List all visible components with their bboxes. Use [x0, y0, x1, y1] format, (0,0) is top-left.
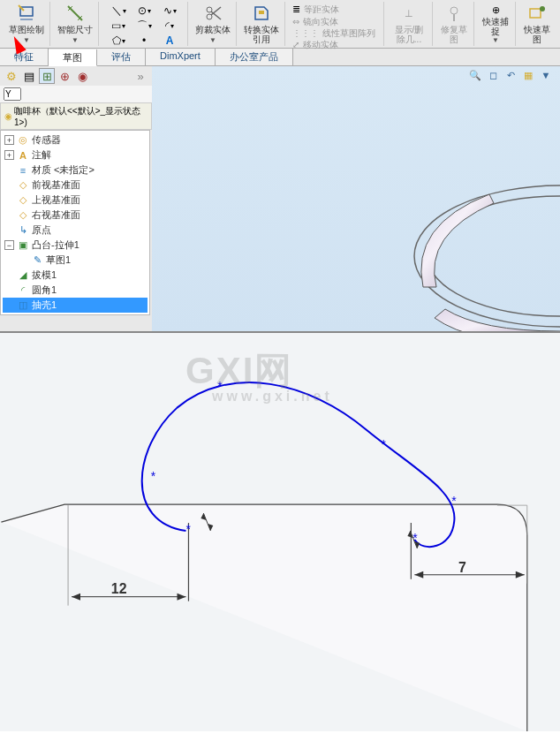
circle-tool[interactable]: ⊙▾: [132, 4, 156, 18]
trim-icon: [203, 4, 223, 23]
dropdown-icon[interactable]: ▼: [72, 36, 79, 44]
tree-sketch1[interactable]: ✎ 草图1: [3, 253, 148, 268]
repair-label: 修复草图: [440, 25, 468, 44]
tree-sensors[interactable]: + ◎ 传感器: [3, 132, 148, 147]
arc-tool[interactable]: ⌒▾: [132, 19, 156, 33]
tree-right-plane[interactable]: ◇ 右视基准面: [3, 208, 148, 223]
sketch-viewport[interactable]: GXI网 www.gxi.net * * * * * * 12: [0, 331, 560, 731]
rapid-sketch-group[interactable]: 快速草图: [518, 2, 556, 46]
svg-rect-10: [530, 9, 541, 18]
svg-text:12: 12: [111, 581, 127, 596]
tab-sketch[interactable]: 草图: [49, 49, 97, 66]
3d-viewport[interactable]: 🔍 ◻ ↶ ▦ ▼: [152, 66, 560, 331]
annotations-icon: A: [17, 149, 29, 162]
move-label: 移动实体: [303, 40, 338, 49]
offset-label: 等距实体: [304, 4, 339, 14]
polygon-tool[interactable]: ⬠▾: [106, 34, 131, 48]
move-icon: ⤢: [292, 40, 299, 49]
text-tool[interactable]: A: [157, 34, 182, 48]
line-tool[interactable]: ＼▾: [106, 4, 131, 18]
svg-line-5: [211, 11, 221, 19]
move-button[interactable]: ⤢ 移动实体: [292, 40, 338, 49]
convert-label: 转换实体引用: [244, 25, 279, 44]
quick-snap-icon: ⊕: [486, 4, 505, 17]
linear-pattern-button[interactable]: ⋮⋮⋮ 线性草图阵列: [292, 28, 375, 38]
tree-origin[interactable]: ↳ 原点: [3, 223, 148, 238]
tree-icon[interactable]: ⊞: [39, 68, 55, 84]
prev-view-icon[interactable]: ↶: [503, 68, 518, 82]
dropdown-icon[interactable]: ▼: [23, 36, 30, 44]
svg-point-13: [428, 196, 560, 316]
mirror-button[interactable]: ⇔ 镜向实体: [292, 17, 338, 26]
tree-draft[interactable]: ◢ 拔模1: [3, 268, 148, 283]
plane-icon: ◇: [17, 179, 29, 192]
expand-icon[interactable]: +: [4, 135, 14, 145]
trim-group[interactable]: 剪裁实体 ▼: [190, 2, 237, 46]
spline-point: *: [381, 437, 386, 451]
extrude-icon: ▣: [17, 239, 29, 252]
draft-icon: ◢: [17, 269, 29, 282]
collapse-icon[interactable]: »: [132, 68, 148, 84]
repair-group[interactable]: 修复草图: [435, 2, 474, 46]
smart-dim-icon: [65, 4, 85, 23]
zoom-fit-icon[interactable]: 🔍: [468, 68, 482, 82]
plane-icon: ◇: [17, 194, 29, 207]
convert-icon: [252, 4, 271, 23]
quick-snap-group[interactable]: ⊕ 快速捕捉 ▼: [476, 2, 516, 46]
smart-dim-group[interactable]: 智能尺寸 ▼: [52, 2, 99, 46]
section-view-icon[interactable]: ▦: [521, 68, 535, 82]
show-delete-group[interactable]: ⊥ 显示/删除几...: [386, 2, 433, 46]
trim-label: 剪裁实体: [195, 25, 231, 34]
tree-extrude[interactable]: − ▣ 凸台-拉伸1: [3, 238, 148, 253]
offset-button[interactable]: ≣ 等距实体: [292, 4, 339, 15]
spline-tool[interactable]: ∿▾: [157, 4, 182, 18]
zoom-area-icon[interactable]: ◻: [486, 68, 500, 82]
dropdown-icon[interactable]: ▼: [209, 36, 216, 44]
doc-title-row[interactable]: ◉ 咖啡杯（默认<<默认>_显示状态 1>): [0, 102, 152, 130]
linear-label: 线性草图阵列: [322, 28, 375, 38]
plane-icon: ◇: [17, 209, 29, 222]
dropdown-icon[interactable]: ▼: [492, 36, 499, 44]
feature-tree: + ◎ 传感器 + A 注解 ≡ 材质 <未指定> ◇ 前视基准面 ◇ 上视基准…: [0, 130, 150, 315]
tree-fillet[interactable]: ◜ 圆角1: [3, 283, 148, 298]
doc-icon[interactable]: ▤: [21, 68, 37, 84]
smart-dim-label: 智能尺寸: [57, 25, 93, 34]
filter-input[interactable]: [4, 87, 21, 101]
shell-icon: ◫: [17, 299, 29, 312]
expand-icon[interactable]: +: [4, 150, 14, 160]
tab-dimxpert[interactable]: DimXpert: [146, 49, 216, 65]
tree-material[interactable]: ≡ 材质 <未指定>: [3, 163, 148, 178]
fillet-tool[interactable]: ◜▾: [157, 19, 182, 33]
svg-line-2: [19, 5, 24, 11]
tree-top-plane[interactable]: ◇ 上视基准面: [3, 193, 148, 208]
doc-title: 咖啡杯（默认<<默认>_显示状态 1>): [14, 105, 148, 127]
target-icon[interactable]: ⊕: [57, 68, 72, 84]
pattern-group: ≣ 等距实体 ⇔ 镜向实体 ⋮⋮⋮ 线性草图阵列 ⤢ 移动实体: [287, 2, 384, 46]
spline-point: *: [151, 469, 156, 483]
convert-group[interactable]: 转换实体引用: [238, 2, 285, 46]
tree-front-plane[interactable]: ◇ 前视基准面: [3, 178, 148, 193]
repair-icon: [444, 4, 464, 23]
rect-tool[interactable]: ▭▾: [106, 19, 131, 33]
display-style-icon[interactable]: ▼: [539, 68, 553, 82]
point-tool[interactable]: •: [132, 34, 156, 48]
tree-annotations[interactable]: + A 注解: [3, 147, 148, 163]
rapid-sketch-label: 快速草图: [523, 25, 551, 44]
expand-icon[interactable]: −: [4, 240, 14, 250]
show-delete-label: 显示/删除几...: [391, 25, 427, 44]
mirror-icon: ⇔: [292, 17, 299, 26]
spline-endpoint: *: [185, 522, 191, 536]
sketch-draw-group[interactable]: 草图绘制 ▼: [4, 2, 50, 46]
svg-point-11: [540, 6, 545, 11]
offset-icon: ≣: [292, 4, 300, 15]
cup-model: [383, 172, 560, 349]
assembly-icon[interactable]: ⚙: [4, 68, 19, 84]
sketch-icon: ✎: [31, 254, 43, 267]
tree-shell[interactable]: ◫ 抽壳1: [3, 298, 148, 313]
tab-evaluate[interactable]: 评估: [97, 49, 146, 65]
svg-line-6: [211, 7, 221, 15]
solid-icon[interactable]: ◉: [74, 68, 90, 84]
tab-office[interactable]: 办公室产品: [216, 49, 293, 65]
tab-feature[interactable]: 特征: [0, 49, 49, 65]
spline-point: *: [451, 494, 457, 508]
